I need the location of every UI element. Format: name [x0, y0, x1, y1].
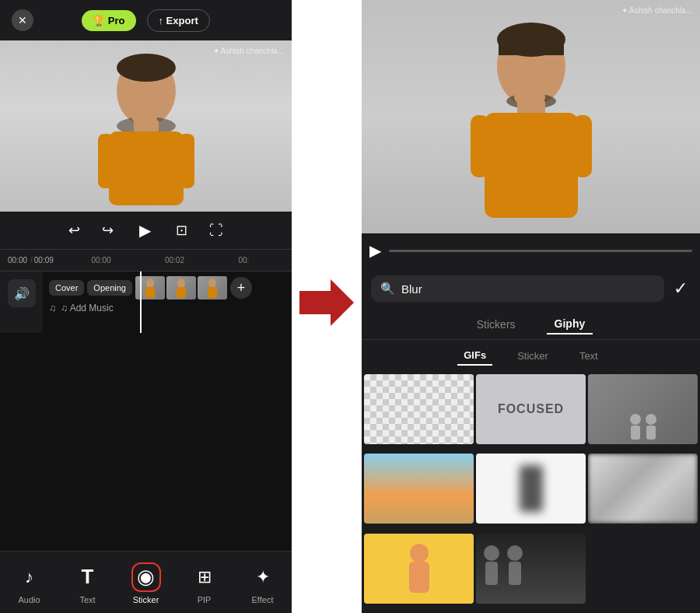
add-music-label: ♫ Add Music — [61, 303, 114, 314]
svg-rect-33 — [509, 562, 521, 585]
svg-point-8 — [146, 278, 154, 288]
blur-figure — [520, 465, 543, 512]
audio-tool-icon: ♪ — [15, 562, 44, 592]
watermark-left: ✦ Ashish chanchla... — [213, 47, 284, 55]
svg-rect-27 — [646, 426, 656, 440]
gif-cell-7[interactable] — [364, 534, 474, 604]
search-input[interactable] — [401, 282, 655, 296]
template-button[interactable]: ⊡ — [173, 219, 191, 242]
ruler-mark-1: 00:00 — [92, 256, 111, 264]
export-button[interactable]: ↑ Export — [147, 9, 210, 32]
opening-button[interactable]: Opening — [87, 280, 132, 296]
close-icon: ✕ — [18, 14, 27, 26]
timeline-controls: ↩ ↪ ▶ ⊡ ⛶ — [0, 212, 292, 249]
effect-tool-label: Effect — [252, 595, 274, 604]
add-clip-button[interactable]: + — [230, 277, 252, 299]
svg-rect-31 — [485, 562, 498, 585]
video-preview-right: ✦ Ashish chanchla... — [362, 0, 700, 233]
audio-tool[interactable]: ♪ Audio — [5, 562, 54, 604]
video-preview-left: ✦ Ashish chanchla... — [0, 40, 292, 212]
svg-point-1 — [117, 54, 176, 82]
play-bar-right: ▶ — [362, 233, 700, 268]
tab-row-sub: GIFs Sticker Text — [362, 340, 700, 372]
track-icons: 🔊 — [0, 271, 43, 333]
svg-rect-22 — [573, 115, 592, 177]
gif-checkerboard — [364, 374, 474, 444]
svg-point-28 — [410, 544, 429, 562]
gif-cell-3[interactable] — [588, 374, 698, 444]
tab-stickers[interactable]: Stickers — [469, 315, 523, 334]
arrow-svg — [299, 279, 354, 326]
gif-cell-1[interactable] — [364, 374, 474, 444]
gif-cell-5[interactable] — [476, 454, 586, 524]
cover-button[interactable]: Cover — [49, 280, 84, 296]
ruler-mark-2: 00:02 — [165, 256, 184, 264]
redo-button[interactable]: ↪ — [99, 219, 117, 242]
undo-button[interactable]: ↩ — [65, 219, 83, 242]
sticker-tool[interactable]: ◉ Sticker — [122, 562, 170, 604]
gif-yellow — [364, 534, 474, 604]
svg-rect-29 — [409, 562, 429, 593]
tab-gifs[interactable]: GIFs — [457, 346, 492, 366]
top-bar-buttons: 🏆 Pro ↑ Export — [82, 9, 210, 32]
sticker-tool-label: Sticker — [133, 595, 159, 604]
empty-track-space — [0, 333, 292, 551]
music-track[interactable]: ♫ ♫ Add Music — [43, 299, 292, 317]
search-box[interactable]: 🔍 — [371, 275, 664, 302]
tab-text-sub[interactable]: Text — [573, 347, 604, 365]
watermark-right: ✦ Ashish chanchla... — [621, 6, 692, 15]
pip-tool[interactable]: ⊞ PIP — [180, 562, 229, 604]
pro-button[interactable]: 🏆 Pro — [82, 10, 135, 31]
thumb-1 — [135, 276, 165, 299]
svg-rect-6 — [179, 134, 194, 188]
gif-blur — [476, 454, 586, 524]
svg-rect-21 — [471, 115, 489, 177]
sticker-tool-icon: ◉ — [131, 562, 161, 592]
thumb-inner-2 — [166, 276, 196, 299]
right-panel: ✦ Ashish chanchla... ▶ 🔍 ✓ Stickers Giph… — [362, 0, 700, 613]
gif-cell-2[interactable]: FOCUSED — [476, 374, 586, 444]
gif-people-dark — [588, 374, 698, 444]
video-track: Cover Opening — [43, 276, 292, 299]
svg-rect-4 — [109, 131, 184, 205]
gif-cell-4[interactable] — [364, 454, 474, 524]
svg-point-24 — [630, 414, 641, 425]
search-row: 🔍 ✓ — [362, 268, 700, 310]
timeline-ruler: 00:00 / 00:09 00:00 00:02 00: — [0, 249, 292, 271]
people-svg — [624, 405, 663, 444]
svg-rect-13 — [208, 287, 217, 298]
pip-tool-icon: ⊞ — [190, 562, 219, 592]
effect-tool[interactable]: ✦ Effect — [239, 562, 287, 604]
audio-track-button[interactable]: 🔊 — [8, 279, 36, 307]
tab-giphy[interactable]: Giphy — [547, 314, 593, 335]
thumb-person-1 — [142, 277, 158, 299]
search-icon: 🔍 — [380, 282, 395, 296]
gif-focused: FOCUSED — [476, 374, 586, 444]
close-button[interactable]: ✕ — [12, 9, 33, 31]
svg-point-32 — [507, 545, 523, 561]
play-button-left[interactable]: ▶ — [132, 218, 157, 243]
current-time: 00:00 — [8, 256, 27, 264]
confirm-button[interactable]: ✓ — [670, 275, 691, 302]
svg-rect-9 — [145, 287, 155, 298]
svg-rect-17 — [499, 40, 564, 55]
gif-cell-8[interactable] — [476, 534, 586, 604]
text-tool[interactable]: T Text — [64, 562, 112, 604]
video-frame-left — [0, 40, 292, 212]
fullscreen-button[interactable]: ⛶ — [206, 219, 226, 242]
time-separator: / — [30, 256, 33, 264]
svg-point-12 — [208, 278, 216, 288]
tab-row-top: Stickers Giphy — [362, 310, 700, 340]
ruler-marks: 00:00 00:02 00: — [57, 256, 284, 264]
text-tool-icon: T — [73, 562, 103, 592]
thumb-inner-3 — [198, 276, 227, 299]
bottom-toolbar: ♪ Audio T Text ◉ Sticker ⊞ PIP ✦ Effect — [0, 551, 292, 613]
music-icon: ♫ — [49, 303, 56, 314]
sticker-panel: 🔍 ✓ Stickers Giphy GIFs Sticker Text FOC… — [362, 268, 700, 613]
gif-dark-people — [476, 534, 586, 604]
tab-sticker-sub[interactable]: Sticker — [511, 347, 555, 365]
play-button-right[interactable]: ▶ — [369, 241, 381, 260]
gif-cell-6[interactable] — [588, 454, 698, 524]
thumb-person-3 — [205, 277, 220, 299]
text-tool-label: Text — [79, 595, 95, 604]
